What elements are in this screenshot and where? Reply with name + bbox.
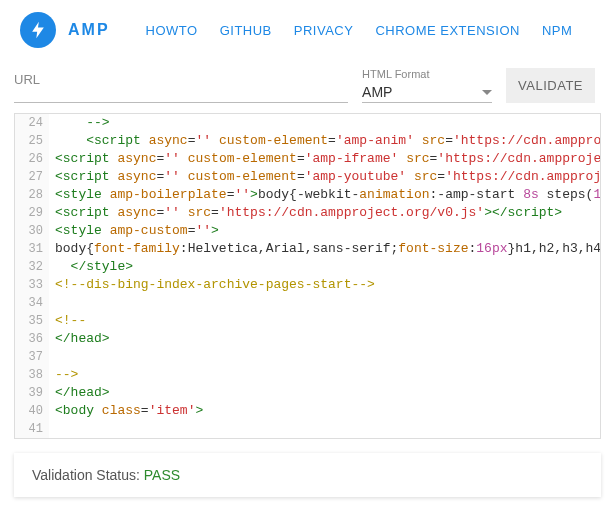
nav-privacy[interactable]: PRIVACY: [294, 23, 354, 38]
nav-github[interactable]: GITHUB: [220, 23, 272, 38]
nav-howto[interactable]: HOWTO: [146, 23, 198, 38]
top-nav: HOWTO GITHUB PRIVACY CHROME EXTENSION NP…: [146, 23, 573, 38]
chevron-down-icon: [482, 90, 492, 95]
status-value: PASS: [144, 467, 180, 483]
validation-status-card: Validation Status: PASS: [14, 453, 601, 497]
status-label: Validation Status:: [32, 467, 144, 483]
nav-npm[interactable]: NPM: [542, 23, 572, 38]
code-content[interactable]: --> <script async='' custom-element='amp…: [55, 114, 600, 438]
url-input[interactable]: URL: [14, 72, 348, 103]
html-format-select[interactable]: HTML Format AMP: [362, 68, 492, 103]
format-label: HTML Format: [362, 68, 492, 80]
controls-row: URL HTML Format AMP VALIDATE: [0, 60, 615, 107]
validate-button[interactable]: VALIDATE: [506, 68, 595, 103]
amp-logo-icon: [20, 12, 56, 48]
brand-text: AMP: [68, 21, 110, 39]
code-editor[interactable]: 24252627282930313233343536373839404142 -…: [14, 113, 601, 439]
header: AMP HOWTO GITHUB PRIVACY CHROME EXTENSIO…: [0, 0, 615, 60]
nav-chrome-extension[interactable]: CHROME EXTENSION: [375, 23, 520, 38]
line-gutter: 24252627282930313233343536373839404142: [15, 114, 49, 438]
format-value: AMP: [362, 84, 392, 100]
url-label: URL: [14, 72, 348, 87]
